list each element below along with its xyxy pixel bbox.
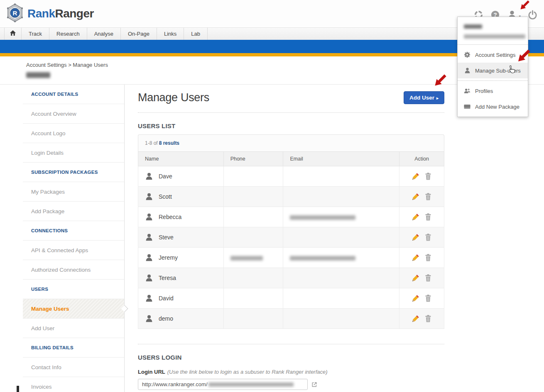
delete-user-button[interactable] — [424, 193, 432, 200]
open-link-icon[interactable] — [311, 382, 317, 387]
divider — [138, 344, 444, 344]
sidebar-section-title-users: USERS — [23, 280, 124, 299]
gear-icon — [464, 51, 470, 58]
sidebar-item-add-user[interactable]: Add User — [23, 319, 124, 338]
add-user-button-label: Add User — [409, 95, 434, 101]
user-email-cell — [283, 207, 399, 227]
user-avatar-icon — [145, 213, 153, 221]
nav-tab-track[interactable]: Track — [22, 28, 49, 40]
page-edge-artifact — [17, 386, 19, 392]
nav-tab-on-page[interactable]: On-Page — [121, 28, 157, 40]
person-icon — [464, 67, 470, 74]
sidebar-item-authorized-connections[interactable]: Authorized Connections — [23, 260, 124, 280]
edit-user-button[interactable] — [412, 234, 419, 241]
group-icon — [464, 88, 470, 94]
page-title: Manage Users — [138, 91, 209, 104]
table-row: Jeremy — [138, 248, 444, 268]
sidebar-item-manage-users[interactable]: Manage Users — [23, 299, 124, 319]
delete-user-button[interactable] — [424, 213, 432, 221]
edit-user-button[interactable] — [412, 213, 419, 221]
login-url-row: Login URL(Use the link below to login as… — [138, 369, 444, 375]
nav-tab-research[interactable]: Research — [49, 28, 87, 40]
edit-user-button[interactable] — [412, 193, 419, 200]
edit-user-button[interactable] — [412, 173, 419, 180]
login-url-input[interactable]: http://www.rankranger.com/ — [138, 379, 308, 390]
user-name: Jeremy — [159, 254, 178, 261]
column-header-name[interactable]: Name — [138, 152, 224, 166]
user-avatar-icon — [145, 294, 153, 302]
user-phone-cell — [223, 227, 283, 248]
user-email-cell — [283, 288, 399, 309]
login-url-label: Login URL — [138, 369, 165, 375]
user-avatar-icon — [145, 172, 153, 180]
delete-user-button[interactable] — [424, 173, 432, 180]
edit-user-button[interactable] — [412, 254, 419, 261]
add-user-button[interactable]: Add User▸ — [404, 91, 444, 104]
sidebar-item-account-logo[interactable]: Account Logo — [23, 124, 124, 143]
sidebar-item-account-overview[interactable]: Account Overview — [23, 104, 124, 124]
logo-text-ranger: Ranger — [55, 7, 93, 20]
sidebar-item-login-details[interactable]: Login Details — [23, 143, 124, 163]
user-name-cell: Jeremy — [138, 248, 224, 268]
page: R RankRanger ? ▾ — [0, 0, 544, 392]
sidebar-item-my-packages[interactable]: My Packages — [23, 182, 124, 202]
sidebar-section-title-subscription-packages: SUBSCRIPTION PACKAGES — [23, 163, 124, 182]
menu-item-manage-sub-users[interactable]: Manage Sub-users — [458, 63, 528, 78]
home-icon — [10, 30, 16, 38]
nav-tab-analyse[interactable]: Analyse — [87, 28, 121, 40]
menu-item-label: Account Settings — [475, 52, 516, 58]
sidebar-item-invoices[interactable]: Invoices — [23, 377, 124, 392]
delete-user-button[interactable] — [424, 315, 432, 322]
user-avatar-icon — [145, 233, 153, 241]
delete-user-button[interactable] — [424, 274, 432, 282]
menu-item-label: Profiles — [475, 88, 493, 94]
user-action-cell — [399, 207, 444, 227]
user-phone-cell — [223, 166, 283, 187]
sidebar-section-title-connections: CONNECTIONS — [23, 221, 124, 241]
edit-user-button[interactable] — [412, 274, 419, 282]
user-phone-cell — [223, 207, 283, 227]
user-phone-cell — [223, 248, 283, 268]
delete-user-button[interactable] — [424, 254, 432, 261]
user-action-cell — [399, 248, 444, 268]
user-phone-cell — [223, 268, 283, 288]
user-name: Rebecca — [159, 214, 181, 220]
user-email-cell — [283, 187, 399, 207]
user-name-cell: Scott — [138, 187, 224, 207]
power-icon[interactable] — [528, 10, 537, 19]
column-header-phone[interactable]: Phone — [223, 152, 283, 166]
menu-item-add-new-package[interactable]: Add New Package — [458, 99, 528, 114]
users-table: Name Phone Email Action DaveScottRebecca… — [138, 151, 444, 329]
user-avatar-icon — [145, 274, 153, 282]
sidebar-item-api-connected-apps[interactable]: API & Connected Apps — [23, 241, 124, 260]
user-email-cell — [283, 309, 399, 329]
user-email-cell — [283, 227, 399, 248]
rankranger-logo[interactable]: R RankRanger — [6, 3, 94, 24]
sidebar-item-add-package[interactable]: Add Package — [23, 202, 124, 221]
sidebar: ACCOUNT DETAILSAccount OverviewAccount L… — [23, 85, 125, 392]
sidebar-item-contact-info[interactable]: Contact Info — [23, 358, 124, 377]
menu-item-profiles[interactable]: Profiles — [458, 83, 528, 99]
edit-user-button[interactable] — [412, 315, 419, 322]
table-row: demo — [138, 309, 444, 329]
dropdown-user-name-redacted — [464, 22, 522, 30]
table-row: Rebecca — [138, 207, 444, 227]
menu-item-account-settings[interactable]: Account Settings — [458, 47, 528, 63]
title-row: Manage Users Add User▸ — [138, 91, 444, 104]
edit-user-button[interactable] — [412, 295, 419, 302]
nav-tab-links[interactable]: Links — [157, 28, 184, 40]
user-name: demo — [159, 315, 173, 322]
user-name-cell: Steve — [138, 227, 224, 248]
sidebar-section-title-account-details: ACCOUNT DETAILS — [23, 85, 124, 104]
nav-home-tab[interactable] — [4, 28, 22, 40]
svg-text:R: R — [13, 10, 17, 17]
delete-user-button[interactable] — [424, 234, 432, 241]
sidebar-section-title-billing-details: BILLING DETAILS — [23, 338, 124, 358]
results-count: 8 results — [159, 140, 179, 146]
login-url-value: http://www.rankranger.com/ — [142, 381, 208, 387]
column-header-email[interactable]: Email — [283, 152, 399, 166]
nav-tab-lab[interactable]: Lab — [184, 28, 208, 40]
package-icon — [464, 103, 470, 110]
delete-user-button[interactable] — [424, 295, 432, 302]
column-header-action: Action — [399, 152, 444, 166]
